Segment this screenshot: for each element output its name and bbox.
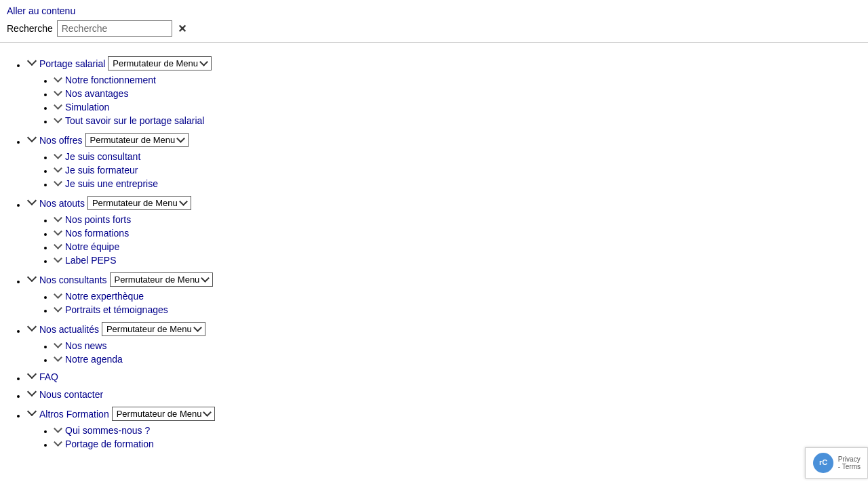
- sub-nav-link-4-0[interactable]: Nos news: [65, 340, 106, 351]
- nav-item-3: Nos consultantsPermutateur de MenuNotre …: [27, 272, 868, 315]
- sub-item-content: Notre experthèque: [54, 291, 868, 302]
- sub-item-content: Nos formations: [54, 228, 868, 239]
- chevron-down-icon: [27, 372, 37, 382]
- search-input[interactable]: [57, 20, 172, 37]
- menu-toggle-button-0[interactable]: Permutateur de Menu: [108, 56, 212, 70]
- sub-nav-link-2-2[interactable]: Notre équipe: [65, 241, 119, 252]
- sub-item-content: Portage de formation: [54, 439, 868, 449]
- sub-nav-link-0-0[interactable]: Notre fonctionnement: [65, 75, 156, 85]
- sub-item-content: Notre équipe: [54, 241, 868, 252]
- menu-toggle-button-3[interactable]: Permutateur de Menu: [110, 272, 214, 287]
- chevron-down-icon: [27, 199, 37, 208]
- sub-nav-item-0-1: Nos avantages: [54, 88, 868, 99]
- sub-nav-item-0-3: Tout savoir sur le portage salarial: [54, 115, 868, 126]
- sub-nav-link-7-0[interactable]: Qui sommes-nous ?: [65, 425, 150, 436]
- sub-chevron-icon: [54, 152, 62, 161]
- search-row: Recherche ✕: [7, 20, 861, 37]
- sub-nav-link-1-1[interactable]: Je suis formateur: [65, 165, 138, 176]
- search-label: Recherche: [7, 23, 53, 34]
- menu-toggle-button-2[interactable]: Permutateur de Menu: [87, 196, 191, 210]
- menu-toggle-label: Permutateur de Menu: [106, 324, 192, 334]
- nav-link-1[interactable]: Nos offres: [39, 135, 83, 146]
- menu-toggle-chevron-icon: [201, 274, 208, 285]
- menu-toggle-button-7[interactable]: Permutateur de Menu: [112, 407, 216, 421]
- sub-nav-link-2-1[interactable]: Nos formations: [65, 228, 129, 239]
- sub-chevron-icon: [54, 355, 62, 363]
- menu-toggle-chevron-icon: [199, 58, 207, 68]
- menu-toggle-label: Permutateur de Menu: [92, 198, 178, 208]
- sub-nav-item-4-0: Nos news: [54, 340, 868, 351]
- sub-nav-item-1-1: Je suis formateur: [54, 165, 868, 176]
- svg-text:rC: rC: [819, 458, 827, 466]
- sub-item-content: Je suis consultant: [54, 151, 868, 162]
- menu-toggle-chevron-icon: [203, 409, 210, 419]
- menu-toggle-chevron-icon: [176, 135, 184, 145]
- sub-chevron-icon: [54, 180, 62, 188]
- sub-nav-link-0-3[interactable]: Tout savoir sur le portage salarial: [65, 115, 204, 126]
- sub-nav-list-2: Nos points fortsNos formationsNotre équi…: [27, 214, 868, 266]
- sub-item-content: Tout savoir sur le portage salarial: [54, 115, 868, 126]
- sub-nav-item-3-1: Portraits et témoignages: [54, 304, 868, 315]
- sub-nav-list-0: Notre fonctionnementNos avantagesSimulat…: [27, 75, 868, 126]
- recaptcha-text: Privacy - Terms: [838, 455, 861, 470]
- nav-link-4[interactable]: Nos actualités: [39, 324, 99, 335]
- sub-chevron-icon: [54, 117, 62, 125]
- sub-chevron-icon: [54, 306, 62, 314]
- nav-link-3[interactable]: Nos consultants: [39, 274, 107, 285]
- sub-nav-link-7-1[interactable]: Portage de formation: [65, 439, 154, 449]
- sub-nav-link-0-1[interactable]: Nos avantages: [65, 88, 128, 99]
- nav-top-item-2: Nos atoutsPermutateur de Menu: [27, 196, 868, 210]
- menu-toggle-label: Permutateur de Menu: [117, 409, 202, 419]
- sub-nav-link-3-1[interactable]: Portraits et témoignages: [65, 304, 168, 315]
- chevron-down-icon: [27, 325, 37, 334]
- search-clear-button[interactable]: ✕: [176, 22, 188, 35]
- chevron-down-icon: [27, 59, 37, 68]
- sub-nav-link-2-3[interactable]: Label PEPS: [65, 255, 117, 266]
- sub-nav-list-1: Je suis consultantJe suis formateurJe su…: [27, 151, 868, 189]
- menu-toggle-button-1[interactable]: Permutateur de Menu: [85, 133, 189, 147]
- sub-item-content: Je suis une entreprise: [54, 178, 868, 189]
- sub-item-content: Notre agenda: [54, 354, 868, 365]
- nav-link-2[interactable]: Nos atouts: [39, 198, 85, 209]
- chevron-down-icon: [27, 409, 37, 419]
- sub-nav-link-2-0[interactable]: Nos points forts: [65, 214, 131, 225]
- sub-chevron-icon: [54, 342, 62, 350]
- nav-link-5[interactable]: FAQ: [39, 371, 58, 382]
- nav-item-5: FAQ: [27, 371, 868, 382]
- sub-chevron-icon: [54, 243, 62, 251]
- sub-nav-link-1-0[interactable]: Je suis consultant: [65, 151, 140, 162]
- nav-link-0[interactable]: Portage salarial: [39, 58, 105, 69]
- main-nav: Portage salarialPermutateur de MenuNotre…: [0, 43, 868, 463]
- sub-chevron-icon: [54, 229, 62, 237]
- sub-nav-item-2-1: Nos formations: [54, 228, 868, 239]
- chevron-down-icon: [27, 136, 37, 145]
- nav-top-item-0: Portage salarialPermutateur de Menu: [27, 56, 868, 70]
- sub-chevron-icon: [54, 216, 62, 224]
- top-bar: Aller au contenu Recherche ✕: [0, 0, 868, 43]
- sub-nav-list-3: Notre experthèquePortraits et témoignage…: [27, 291, 868, 315]
- nav-item-7: Altros FormationPermutateur de MenuQui s…: [27, 407, 868, 449]
- sub-nav-item-7-0: Qui sommes-nous ?: [54, 425, 868, 436]
- sub-chevron-icon: [54, 103, 62, 111]
- sub-chevron-icon: [54, 89, 62, 98]
- sub-nav-link-1-2[interactable]: Je suis une entreprise: [65, 178, 158, 189]
- sub-item-content: Nos news: [54, 340, 868, 351]
- chevron-down-icon: [27, 275, 37, 285]
- recaptcha-terms: - Terms: [838, 463, 861, 470]
- sub-nav-link-4-1[interactable]: Notre agenda: [65, 354, 123, 365]
- sub-nav-link-3-0[interactable]: Notre experthèque: [65, 291, 144, 302]
- nav-link-6[interactable]: Nous contacter: [39, 389, 103, 400]
- sub-item-content: Qui sommes-nous ?: [54, 425, 868, 436]
- sub-nav-link-0-2[interactable]: Simulation: [65, 102, 109, 113]
- menu-toggle-label: Permutateur de Menu: [90, 135, 176, 145]
- nav-top-item-5: FAQ: [27, 371, 868, 382]
- menu-toggle-button-4[interactable]: Permutateur de Menu: [102, 322, 205, 336]
- sub-nav-item-2-0: Nos points forts: [54, 214, 868, 225]
- menu-toggle-label: Permutateur de Menu: [113, 58, 198, 68]
- nav-link-7[interactable]: Altros Formation: [39, 409, 109, 420]
- sub-chevron-icon: [54, 440, 62, 448]
- nav-item-1: Nos offresPermutateur de MenuJe suis con…: [27, 133, 868, 189]
- nav-top-item-3: Nos consultantsPermutateur de Menu: [27, 272, 868, 287]
- skip-to-content-link[interactable]: Aller au contenu: [7, 5, 861, 16]
- sub-nav-item-4-1: Notre agenda: [54, 354, 868, 365]
